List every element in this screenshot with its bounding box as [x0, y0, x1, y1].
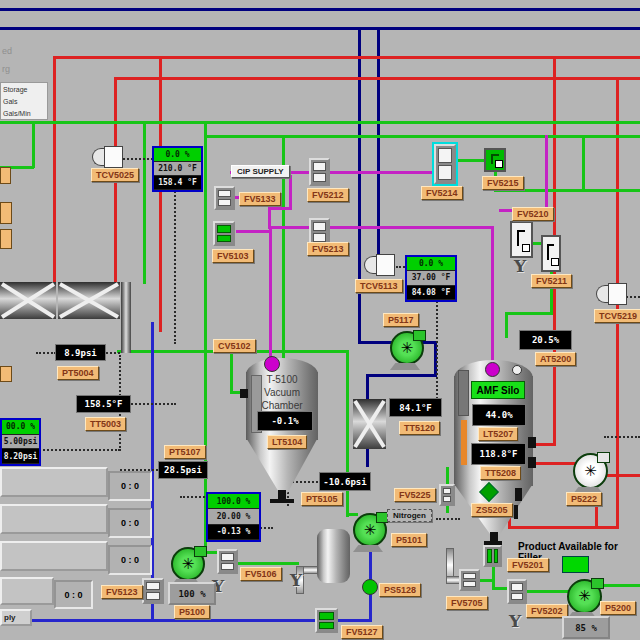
panel-row: -0.13 %: [208, 525, 259, 540]
valve-fv5123[interactable]: [142, 578, 164, 604]
valve-cell: [438, 165, 452, 180]
menu-item-storage[interactable]: Storage: [3, 86, 47, 93]
valve-fv5210[interactable]: [510, 221, 533, 258]
actuator-body: [376, 254, 395, 276]
panel-left: 00.0 %5.00psi8.20psi: [0, 418, 41, 466]
valve-fv5225[interactable]: [439, 484, 455, 506]
valve-fv5202[interactable]: [507, 579, 527, 604]
panel-tcv5113: 0.0 %37.00 °F84.08 °F: [405, 255, 457, 302]
counter-display[interactable]: 0 : 0: [108, 545, 152, 575]
pump-outlet: [194, 546, 207, 557]
tag-label-tt5003: TT5003: [85, 417, 126, 431]
valve-fv5212[interactable]: [309, 158, 330, 186]
status-dot: [362, 579, 378, 595]
actuator-dome: [364, 256, 376, 274]
tag-label-p5117: P5117: [383, 313, 419, 327]
vacuum-chamber-name: Chamber: [246, 400, 318, 411]
valve-tcv5025[interactable]: [92, 146, 123, 168]
selector-bar-button[interactable]: [0, 467, 108, 497]
pipe-green-pipe: [505, 312, 553, 315]
impeller-icon: ✳: [584, 464, 597, 479]
tag-label-cv5102: CV5102: [213, 339, 256, 353]
valve-tcv5113[interactable]: [364, 254, 395, 276]
counter-display[interactable]: 0 : 0: [108, 508, 152, 538]
pipe-green-pipe: [479, 579, 494, 582]
readout-tt5208: 118.8°F: [471, 443, 526, 465]
heat-exchanger-section: [58, 282, 120, 319]
signal-dash: [128, 403, 176, 405]
tag-label-fv5123: FV5123: [101, 585, 143, 599]
valve-fv5705[interactable]: [459, 569, 480, 591]
pipe-magenta-pipe: [268, 207, 291, 210]
pump-p5222[interactable]: ✳: [573, 453, 608, 489]
tag-label-pt5004: PT5004: [57, 366, 99, 380]
valve-cell: [217, 225, 231, 233]
selector-bar-button[interactable]: [0, 504, 108, 534]
valve-fv5215[interactable]: [484, 148, 506, 172]
readout-tt5003: 158.5°F: [76, 395, 131, 413]
valve-fv5133[interactable]: [214, 186, 235, 210]
vacuum-outlet: [278, 490, 286, 499]
valve-cell: [218, 199, 231, 206]
valve-cell: [146, 582, 160, 590]
selector-bar-button[interactable]: [0, 577, 54, 605]
supply-button[interactable]: ply: [0, 609, 32, 626]
status-dot: [512, 365, 522, 375]
condenser-exchanger: [353, 399, 386, 449]
impeller-icon: ✳: [578, 589, 591, 604]
pump-p5117[interactable]: ✳: [390, 331, 424, 365]
valve-fv5106[interactable]: [217, 549, 238, 574]
tag-label-p5100: P5100: [174, 605, 210, 619]
menu-item-galsmin[interactable]: Gals/Min: [3, 110, 47, 117]
tag-label-lt5104: LT5104: [267, 435, 307, 449]
panel-row: 5.00psi: [2, 435, 39, 450]
heat-exchanger-arm: [121, 282, 131, 353]
vacuum-chamber-name: Vacuum: [246, 387, 318, 398]
tag-label-ps5128: PS5128: [379, 583, 421, 597]
readout-tt5120: 84.1°F: [389, 398, 442, 417]
pipe-green-pipe: [204, 121, 207, 551]
counter-display[interactable]: 0 : 0: [108, 471, 152, 501]
valve-fv5214[interactable]: [434, 144, 456, 184]
pipe-green-pipe: [346, 513, 358, 516]
signal-dash: [36, 449, 120, 451]
tag-label-pt5107: PT5107: [164, 445, 206, 459]
clipped-equipment-label: [0, 366, 12, 382]
silo-level-strip: [461, 420, 467, 465]
tag-label-lt5207: LT5207: [478, 427, 518, 441]
tag-label-fv5127: FV5127: [341, 625, 383, 639]
panel-row: 210.0 °F: [154, 162, 201, 176]
pipe-green-pipe: [0, 121, 640, 124]
valve-cell: [511, 593, 523, 601]
impeller-icon: ✳: [182, 557, 195, 572]
tag-label-p5101: P5101: [391, 533, 427, 547]
valve-fv5127[interactable]: [315, 608, 338, 633]
counter-display[interactable]: 0 : 0: [54, 580, 93, 609]
pipe-green-pipe: [230, 352, 233, 394]
valve-cell: [313, 162, 326, 171]
status-dot: [485, 362, 500, 377]
menu-item-gals[interactable]: Gals: [3, 98, 47, 105]
speed-readout-p5200: 85 %: [562, 616, 610, 639]
valve-fv5103[interactable]: [213, 221, 235, 246]
actuator-dome: [92, 148, 104, 166]
actuator-dome: [596, 285, 608, 303]
pump-p5100[interactable]: ✳: [171, 547, 205, 581]
signal-dash: [436, 518, 460, 520]
y-strainer-icon: Y: [514, 256, 526, 276]
panel-row: 0.0 %: [407, 257, 455, 271]
signal-dash: [436, 298, 438, 402]
pump-p5101[interactable]: ✳: [353, 513, 387, 547]
status-dot: [264, 356, 280, 372]
valve-fv5201[interactable]: [483, 545, 502, 567]
panel-row: 00.0 %: [2, 420, 39, 435]
valve-cell: [438, 148, 452, 163]
silo-port: [514, 505, 518, 519]
tag-label-p5200: P5200: [600, 601, 636, 615]
valve-cell: [443, 488, 451, 494]
selector-bar-button[interactable]: [0, 541, 108, 571]
pipe-magenta-pipe: [545, 135, 548, 213]
pump-p5200[interactable]: ✳: [567, 579, 602, 614]
valve-fv5211[interactable]: [541, 235, 561, 272]
valve-tcv5219[interactable]: [596, 283, 627, 305]
